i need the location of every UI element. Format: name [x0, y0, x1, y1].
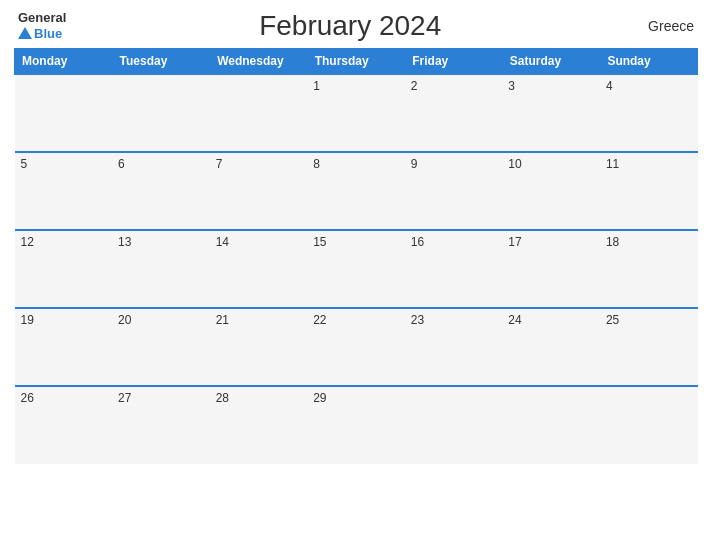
day-number: 11 — [606, 157, 619, 171]
calendar-day-empty — [405, 386, 503, 464]
calendar-day-10: 10 — [502, 152, 600, 230]
day-number: 5 — [21, 157, 28, 171]
calendar-header-row: MondayTuesdayWednesdayThursdayFridaySatu… — [15, 49, 698, 75]
calendar-day-18: 18 — [600, 230, 698, 308]
day-number: 17 — [508, 235, 521, 249]
calendar-week-row: 1234 — [15, 74, 698, 152]
calendar-day-8: 8 — [307, 152, 405, 230]
day-number: 2 — [411, 79, 418, 93]
col-header-tuesday: Tuesday — [112, 49, 210, 75]
day-number: 26 — [21, 391, 34, 405]
calendar-day-11: 11 — [600, 152, 698, 230]
calendar-day-25: 25 — [600, 308, 698, 386]
day-number: 14 — [216, 235, 229, 249]
calendar-day-12: 12 — [15, 230, 113, 308]
logo-general-text: General — [18, 11, 66, 25]
logo-blue-text: Blue — [34, 26, 62, 41]
calendar-day-26: 26 — [15, 386, 113, 464]
col-header-wednesday: Wednesday — [210, 49, 308, 75]
calendar-title: February 2024 — [66, 10, 634, 42]
calendar-day-16: 16 — [405, 230, 503, 308]
calendar-day-19: 19 — [15, 308, 113, 386]
calendar-day-29: 29 — [307, 386, 405, 464]
calendar-day-20: 20 — [112, 308, 210, 386]
day-number: 20 — [118, 313, 131, 327]
header: General Blue February 2024 Greece — [0, 0, 712, 48]
calendar-day-6: 6 — [112, 152, 210, 230]
calendar-day-5: 5 — [15, 152, 113, 230]
calendar-day-27: 27 — [112, 386, 210, 464]
day-number: 18 — [606, 235, 619, 249]
calendar-day-14: 14 — [210, 230, 308, 308]
day-number: 7 — [216, 157, 223, 171]
calendar-day-empty — [112, 74, 210, 152]
calendar-day-9: 9 — [405, 152, 503, 230]
day-number: 10 — [508, 157, 521, 171]
day-number: 8 — [313, 157, 320, 171]
day-number: 21 — [216, 313, 229, 327]
day-number: 24 — [508, 313, 521, 327]
calendar-day-empty — [15, 74, 113, 152]
calendar-week-row: 19202122232425 — [15, 308, 698, 386]
country-label: Greece — [634, 18, 694, 34]
day-number: 29 — [313, 391, 326, 405]
calendar-wrap: MondayTuesdayWednesdayThursdayFridaySatu… — [0, 48, 712, 474]
day-number: 13 — [118, 235, 131, 249]
col-header-sunday: Sunday — [600, 49, 698, 75]
day-number: 15 — [313, 235, 326, 249]
calendar-day-7: 7 — [210, 152, 308, 230]
calendar-day-13: 13 — [112, 230, 210, 308]
logo-blue-row: Blue — [18, 26, 62, 41]
day-number: 3 — [508, 79, 515, 93]
calendar-table: MondayTuesdayWednesdayThursdayFridaySatu… — [14, 48, 698, 464]
calendar-day-2: 2 — [405, 74, 503, 152]
calendar-day-1: 1 — [307, 74, 405, 152]
day-number: 16 — [411, 235, 424, 249]
logo-triangle-icon — [18, 27, 32, 39]
day-number: 28 — [216, 391, 229, 405]
day-number: 9 — [411, 157, 418, 171]
calendar-day-3: 3 — [502, 74, 600, 152]
day-number: 22 — [313, 313, 326, 327]
calendar-day-empty — [600, 386, 698, 464]
logo: General Blue — [18, 11, 66, 40]
calendar-day-24: 24 — [502, 308, 600, 386]
calendar-week-row: 12131415161718 — [15, 230, 698, 308]
day-number: 23 — [411, 313, 424, 327]
day-number: 27 — [118, 391, 131, 405]
col-header-thursday: Thursday — [307, 49, 405, 75]
calendar-day-4: 4 — [600, 74, 698, 152]
calendar-day-28: 28 — [210, 386, 308, 464]
calendar-week-row: 26272829 — [15, 386, 698, 464]
day-number: 12 — [21, 235, 34, 249]
day-number: 1 — [313, 79, 320, 93]
calendar-day-23: 23 — [405, 308, 503, 386]
calendar-page: General Blue February 2024 Greece Monday… — [0, 0, 712, 550]
day-number: 4 — [606, 79, 613, 93]
day-number: 6 — [118, 157, 125, 171]
calendar-week-row: 567891011 — [15, 152, 698, 230]
calendar-day-22: 22 — [307, 308, 405, 386]
col-header-friday: Friday — [405, 49, 503, 75]
calendar-day-empty — [210, 74, 308, 152]
calendar-day-21: 21 — [210, 308, 308, 386]
calendar-day-15: 15 — [307, 230, 405, 308]
col-header-saturday: Saturday — [502, 49, 600, 75]
col-header-monday: Monday — [15, 49, 113, 75]
calendar-day-17: 17 — [502, 230, 600, 308]
day-number: 25 — [606, 313, 619, 327]
day-number: 19 — [21, 313, 34, 327]
calendar-day-empty — [502, 386, 600, 464]
